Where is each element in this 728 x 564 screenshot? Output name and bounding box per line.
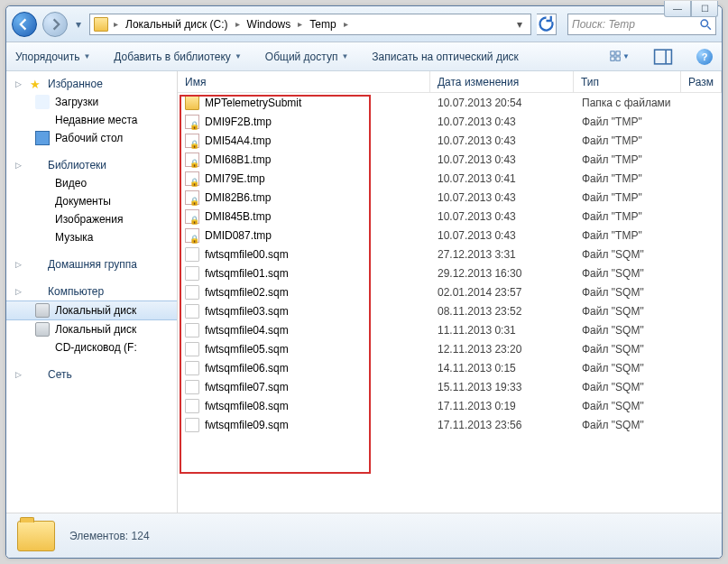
refresh-button[interactable] [537,14,557,35]
file-row[interactable]: DMI68B1.tmp10.07.2013 0:43Файл "TMP" [178,150,722,169]
file-row[interactable]: fwtsqmfile01.sqm29.12.2013 16:30Файл "SQ… [178,264,722,282]
file-row[interactable]: fwtsqmfile05.sqm12.11.2013 23:20Файл "SQ… [178,339,722,358]
file-row[interactable]: DMI82B6.tmp10.07.2013 0:43Файл "TMP" [178,188,722,207]
desktop-icon [35,131,50,145]
file-row[interactable]: fwtsqmfile02.sqm02.01.2014 23:57Файл "SQ… [178,282,722,301]
file-row[interactable]: DMID087.tmp10.07.2013 0:43Файл "TMP" [178,226,722,245]
download-icon [35,95,50,109]
file-type: Папка с файлами [582,97,690,109]
minimize-button[interactable]: — [664,1,691,17]
column-size[interactable]: Разм [681,71,722,92]
file-icon [185,342,199,356]
file-row[interactable]: fwtsqmfile07.sqm15.11.2013 19:33Файл "SQ… [178,377,722,396]
breadcrumb-2[interactable]: Temp [308,18,337,31]
file-date: 10.07.2013 0:41 [438,172,582,185]
file-date: 12.11.2013 23:20 [438,343,582,356]
chevron-right-icon[interactable]: ▸ [234,19,242,29]
file-row[interactable]: DMI79E.tmp10.07.2013 0:41Файл "TMP" [178,169,722,188]
svg-rect-1 [611,51,614,55]
lock-icon [185,153,199,167]
window-controls: — ☐ [664,1,718,17]
file-row[interactable]: fwtsqmfile04.sqm11.11.2013 0:31Файл "SQM… [178,320,722,339]
file-type: Файл "TMP" [582,134,690,147]
chevron-right-icon[interactable]: ▸ [296,19,304,29]
pane-icon [653,47,673,67]
help-button[interactable]: ? [696,49,713,65]
sidebar-item-localdisk-d[interactable]: Локальный диск [6,320,177,338]
file-icon [185,304,199,319]
sidebar-item-downloads[interactable]: Загрузки [6,93,177,111]
file-name: fwtsqmfile01.sqm [205,267,438,280]
lock-icon [185,190,199,205]
file-row[interactable]: fwtsqmfile09.sqm17.11.2013 23:56Файл "SQ… [178,415,722,434]
search-icon [699,18,712,31]
sidebar-item-desktop[interactable]: Рабочий стол [6,129,177,147]
back-button[interactable] [12,12,37,37]
file-date: 02.01.2014 23:57 [438,286,582,299]
sidebar-item-video[interactable]: Видео [6,174,177,192]
file-date: 27.12.2013 3:31 [438,248,582,261]
forward-button[interactable] [42,12,68,37]
column-date[interactable]: Дата изменения [430,71,574,92]
libraries-group[interactable]: ▷Библиотеки [6,156,177,174]
file-row[interactable]: MPTelemetrySubmit10.07.2013 20:54Папка с… [178,93,722,112]
file-icon [185,285,199,300]
file-row[interactable]: DMI54A4.tmp10.07.2013 0:43Файл "TMP" [178,131,722,150]
column-type[interactable]: Тип [574,71,681,92]
file-icon [185,399,199,413]
share-menu[interactable]: Общий доступ▼ [265,51,349,63]
file-name: fwtsqmfile08.sqm [205,400,438,412]
sidebar-item-recent[interactable]: Недавние места [6,111,177,129]
sidebar-item-music[interactable]: Музыка [6,228,177,246]
address-bar[interactable]: ▸ Локальный диск (C:) ▸ Windows ▸ Temp ▸… [89,14,531,35]
file-row[interactable]: fwtsqmfile00.sqm27.12.2013 3:31Файл "SQM… [178,245,722,264]
svg-point-0 [701,20,707,26]
video-icon [35,176,50,190]
svg-rect-3 [611,57,614,60]
chevron-right-icon[interactable]: ▸ [112,19,120,29]
sidebar-item-documents[interactable]: Документы [6,192,177,210]
lock-icon [185,171,199,186]
file-row[interactable]: fwtsqmfile03.sqm08.11.2013 23:52Файл "SQ… [178,301,722,320]
toolbar: Упорядочить▼ Добавить в библиотеку▼ Общи… [6,42,722,71]
file-type: Файл "SQM" [582,248,690,261]
svg-rect-5 [655,50,672,64]
file-date: 10.07.2013 0:43 [438,153,582,166]
sidebar-item-cddrive[interactable]: CD-дисковод (F: [6,338,177,356]
favorites-group[interactable]: ▷Избранное [6,75,177,93]
file-type: Файл "SQM" [582,286,690,299]
file-date: 10.07.2013 0:43 [438,229,582,242]
file-name: fwtsqmfile04.sqm [205,324,438,337]
homegroup-group[interactable]: ▷Домашняя группа [6,255,177,273]
breadcrumb-1[interactable]: Windows [245,18,293,31]
hdd-icon [35,322,50,337]
chevron-down-icon: ▼ [83,52,90,60]
maximize-button[interactable]: ☐ [691,1,718,17]
sidebar-item-images[interactable]: Изображения [6,210,177,228]
file-row[interactable]: DMI845B.tmp10.07.2013 0:43Файл "TMP" [178,207,722,226]
file-date: 17.11.2013 0:19 [438,400,582,412]
view-options-button[interactable]: ▼ [610,47,630,67]
preview-pane-button[interactable] [653,47,673,67]
file-row[interactable]: DMI9F2B.tmp10.07.2013 0:43Файл "TMP" [178,112,722,131]
file-name: DMI79E.tmp [205,172,438,185]
search-placeholder: Поиск: Temp [572,18,635,31]
file-row[interactable]: fwtsqmfile08.sqm17.11.2013 0:19Файл "SQM… [178,396,722,415]
breadcrumb-0[interactable]: Локальный диск (C:) [124,18,230,31]
nav-history-dropdown[interactable]: ▾ [73,12,84,37]
file-name: DMI54A4.tmp [205,134,438,147]
file-name: DMI68B1.tmp [205,153,438,166]
chevron-right-icon[interactable]: ▸ [342,19,350,29]
address-dropdown[interactable]: ▾ [512,18,527,31]
organize-menu[interactable]: Упорядочить▼ [15,51,90,63]
add-to-library-menu[interactable]: Добавить в библиотеку▼ [114,51,241,63]
burn-button[interactable]: Записать на оптический диск [372,51,519,63]
file-date: 08.11.2013 23:52 [438,305,582,318]
file-row[interactable]: fwtsqmfile06.sqm14.11.2013 0:15Файл "SQM… [178,358,722,377]
network-group[interactable]: ▷Сеть [6,365,177,384]
computer-group[interactable]: ▷Компьютер [6,282,177,300]
file-type: Файл "SQM" [582,419,690,431]
sidebar-item-localdisk-c[interactable]: Локальный диск [6,300,177,320]
file-name: fwtsqmfile09.sqm [205,419,438,431]
column-name[interactable]: Имя [178,71,430,92]
